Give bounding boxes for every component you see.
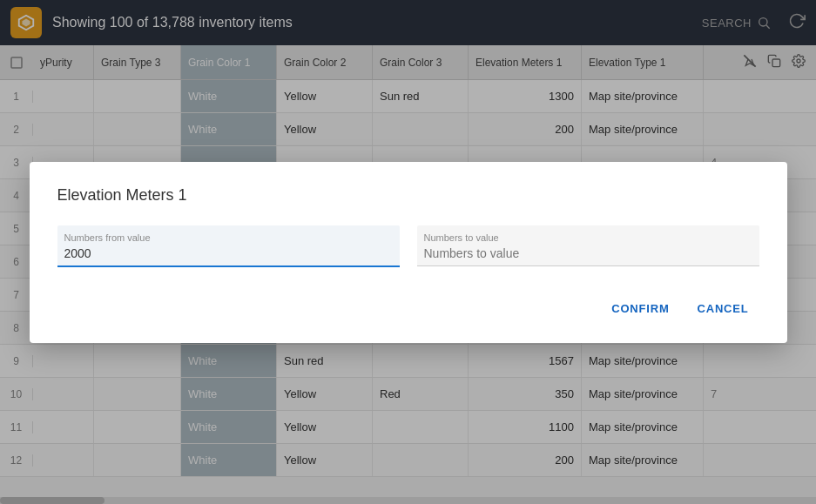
modal-actions: CONFIRM CANCEL <box>57 295 759 322</box>
filter-modal: Elevation Meters 1 Numbers from value Nu… <box>30 162 787 343</box>
to-value-field: Numbers to value <box>417 225 759 267</box>
modal-overlay: Elevation Meters 1 Numbers from value Nu… <box>0 0 816 504</box>
from-value-field: Numbers from value <box>57 225 400 267</box>
from-value-label: Numbers from value <box>64 232 151 243</box>
cancel-button[interactable]: CANCEL <box>687 295 759 322</box>
confirm-button[interactable]: CONFIRM <box>601 295 679 322</box>
to-value-label: Numbers to value <box>424 232 499 243</box>
modal-title: Elevation Meters 1 <box>57 186 759 205</box>
modal-fields: Numbers from value Numbers to value <box>57 225 759 267</box>
